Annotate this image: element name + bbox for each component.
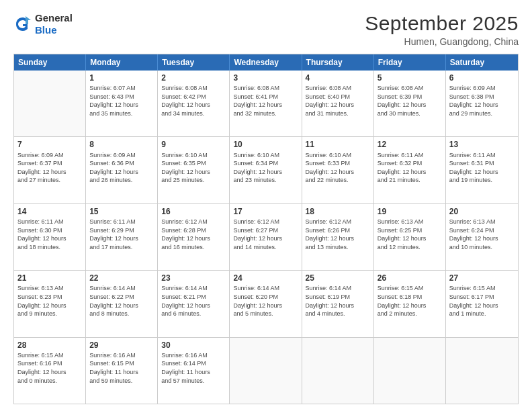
cal-day-17: 17Sunrise: 6:12 AM Sunset: 6:27 PM Dayli… [230,204,302,270]
calendar-header: SundayMondayTuesdayWednesdayThursdayFrid… [14,54,518,71]
logo-text: General Blue [35,12,73,36]
day-info: Sunrise: 6:09 AM Sunset: 6:36 PM Dayligh… [89,151,154,185]
cal-header-thursday: Thursday [302,54,374,71]
day-info: Sunrise: 6:08 AM Sunset: 6:42 PM Dayligh… [161,84,226,118]
day-number: 3 [233,73,298,83]
day-number: 16 [161,206,226,217]
day-number: 17 [233,206,298,217]
day-number: 23 [161,273,226,283]
cal-day-6: 6Sunrise: 6:09 AM Sunset: 6:38 PM Daylig… [446,71,518,136]
day-info: Sunrise: 6:14 AM Sunset: 6:20 PM Dayligh… [233,284,298,318]
cal-day-10: 10Sunrise: 6:10 AM Sunset: 6:34 PM Dayli… [230,137,302,203]
cal-day-20: 20Sunrise: 6:13 AM Sunset: 6:24 PM Dayli… [446,204,518,270]
day-info: Sunrise: 6:11 AM Sunset: 6:32 PM Dayligh… [378,151,442,185]
cal-day-14: 14Sunrise: 6:11 AM Sunset: 6:30 PM Dayli… [14,204,86,270]
cal-day-8: 8Sunrise: 6:09 AM Sunset: 6:36 PM Daylig… [86,137,158,203]
cal-day-28: 28Sunrise: 6:15 AM Sunset: 6:16 PM Dayli… [14,338,86,404]
calendar-week-5: 28Sunrise: 6:15 AM Sunset: 6:16 PM Dayli… [14,338,518,404]
day-info: Sunrise: 6:09 AM Sunset: 6:38 PM Dayligh… [449,84,515,118]
day-info: Sunrise: 6:14 AM Sunset: 6:21 PM Dayligh… [161,284,226,318]
cal-header-tuesday: Tuesday [158,54,230,71]
cal-day-19: 19Sunrise: 6:13 AM Sunset: 6:25 PM Dayli… [374,204,446,270]
day-info: Sunrise: 6:12 AM Sunset: 6:28 PM Dayligh… [161,218,226,251]
day-number: 28 [17,340,82,351]
calendar-week-1: 1Sunrise: 6:07 AM Sunset: 6:43 PM Daylig… [14,71,518,137]
cal-day-15: 15Sunrise: 6:11 AM Sunset: 6:29 PM Dayli… [86,204,158,270]
day-number: 19 [378,206,442,217]
day-info: Sunrise: 6:10 AM Sunset: 6:33 PM Dayligh… [306,151,370,185]
calendar-week-2: 7Sunrise: 6:09 AM Sunset: 6:37 PM Daylig… [14,137,518,203]
cal-day-21: 21Sunrise: 6:13 AM Sunset: 6:23 PM Dayli… [14,271,86,336]
cal-day-16: 16Sunrise: 6:12 AM Sunset: 6:28 PM Dayli… [158,204,230,270]
day-info: Sunrise: 6:10 AM Sunset: 6:35 PM Dayligh… [161,151,226,185]
calendar-body: 1Sunrise: 6:07 AM Sunset: 6:43 PM Daylig… [14,71,518,404]
day-number: 18 [306,206,370,217]
calendar-week-4: 21Sunrise: 6:13 AM Sunset: 6:23 PM Dayli… [14,271,518,337]
day-number: 2 [161,73,226,83]
day-number: 30 [161,340,226,351]
cal-day-30: 30Sunrise: 6:16 AM Sunset: 6:14 PM Dayli… [158,338,230,404]
cal-day-26: 26Sunrise: 6:15 AM Sunset: 6:18 PM Dayli… [374,271,446,336]
day-number: 21 [17,273,82,283]
cal-day-25: 25Sunrise: 6:14 AM Sunset: 6:19 PM Dayli… [302,271,374,336]
cal-day-24: 24Sunrise: 6:14 AM Sunset: 6:20 PM Dayli… [230,271,302,336]
day-number: 5 [378,73,442,83]
day-info: Sunrise: 6:13 AM Sunset: 6:25 PM Dayligh… [378,218,442,251]
day-info: Sunrise: 6:15 AM Sunset: 6:16 PM Dayligh… [17,351,82,385]
cal-empty [302,338,374,404]
cal-day-23: 23Sunrise: 6:14 AM Sunset: 6:21 PM Dayli… [158,271,230,336]
cal-day-27: 27Sunrise: 6:15 AM Sunset: 6:17 PM Dayli… [446,271,518,336]
logo-icon [13,15,32,34]
header: General Blue September 2025 Humen, Guang… [13,12,519,47]
calendar-week-3: 14Sunrise: 6:11 AM Sunset: 6:30 PM Dayli… [14,204,518,271]
cal-empty [230,338,302,404]
day-number: 6 [449,73,515,83]
location: Humen, Guangdong, China [365,36,519,47]
day-number: 9 [161,139,226,150]
day-number: 25 [306,273,370,283]
cal-day-11: 11Sunrise: 6:10 AM Sunset: 6:33 PM Dayli… [302,137,374,203]
day-number: 10 [233,139,298,150]
month-title: September 2025 [365,12,519,35]
cal-day-7: 7Sunrise: 6:09 AM Sunset: 6:37 PM Daylig… [14,137,86,203]
day-info: Sunrise: 6:12 AM Sunset: 6:27 PM Dayligh… [233,218,298,251]
day-info: Sunrise: 6:12 AM Sunset: 6:26 PM Dayligh… [306,218,370,251]
day-number: 12 [378,139,442,150]
day-number: 1 [89,73,154,83]
day-number: 8 [89,139,154,150]
cal-day-18: 18Sunrise: 6:12 AM Sunset: 6:26 PM Dayli… [302,204,374,270]
cal-header-sunday: Sunday [14,54,86,71]
cal-header-monday: Monday [86,54,158,71]
day-number: 13 [449,139,515,150]
day-info: Sunrise: 6:16 AM Sunset: 6:15 PM Dayligh… [89,351,154,385]
day-info: Sunrise: 6:08 AM Sunset: 6:39 PM Dayligh… [378,84,442,118]
cal-header-friday: Friday [374,54,446,71]
day-number: 24 [233,273,298,283]
day-info: Sunrise: 6:13 AM Sunset: 6:23 PM Dayligh… [17,284,82,318]
day-number: 15 [89,206,154,217]
cal-day-2: 2Sunrise: 6:08 AM Sunset: 6:42 PM Daylig… [158,71,230,136]
logo-general: General [35,12,73,24]
cal-day-9: 9Sunrise: 6:10 AM Sunset: 6:35 PM Daylig… [158,137,230,203]
cal-day-5: 5Sunrise: 6:08 AM Sunset: 6:39 PM Daylig… [374,71,446,136]
day-info: Sunrise: 6:14 AM Sunset: 6:22 PM Dayligh… [89,284,154,318]
day-number: 11 [306,139,370,150]
cal-empty [14,71,86,136]
day-info: Sunrise: 6:08 AM Sunset: 6:41 PM Dayligh… [233,84,298,118]
day-number: 4 [306,73,370,83]
cal-day-4: 4Sunrise: 6:08 AM Sunset: 6:40 PM Daylig… [302,71,374,136]
day-number: 27 [449,273,515,283]
cal-day-22: 22Sunrise: 6:14 AM Sunset: 6:22 PM Dayli… [86,271,158,336]
logo: General Blue [13,12,73,36]
day-info: Sunrise: 6:09 AM Sunset: 6:37 PM Dayligh… [17,151,82,185]
logo-blue: Blue [35,24,73,36]
cal-day-3: 3Sunrise: 6:08 AM Sunset: 6:41 PM Daylig… [230,71,302,136]
day-info: Sunrise: 6:13 AM Sunset: 6:24 PM Dayligh… [449,218,515,251]
day-info: Sunrise: 6:11 AM Sunset: 6:30 PM Dayligh… [17,218,82,251]
day-info: Sunrise: 6:08 AM Sunset: 6:40 PM Dayligh… [306,84,370,118]
cal-day-1: 1Sunrise: 6:07 AM Sunset: 6:43 PM Daylig… [86,71,158,136]
day-info: Sunrise: 6:15 AM Sunset: 6:17 PM Dayligh… [449,284,515,318]
day-info: Sunrise: 6:11 AM Sunset: 6:31 PM Dayligh… [449,151,515,185]
day-number: 14 [17,206,82,217]
day-info: Sunrise: 6:14 AM Sunset: 6:19 PM Dayligh… [306,284,370,318]
